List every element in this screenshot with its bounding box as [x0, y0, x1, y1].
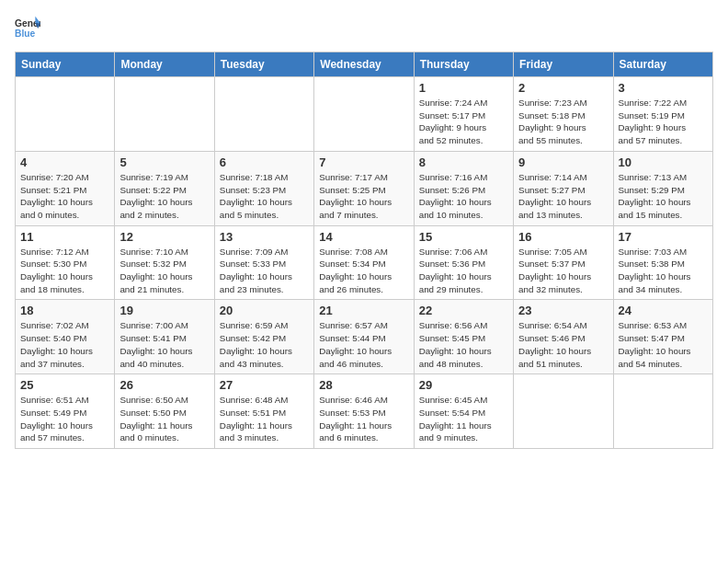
day-number: 17	[619, 230, 708, 244]
day-number: 24	[619, 304, 708, 317]
week-row-4: 18Sunrise: 7:02 AMSunset: 5:40 PMDayligh…	[16, 300, 713, 374]
weekday-header-saturday: Saturday	[613, 52, 712, 77]
day-number: 8	[419, 155, 508, 169]
day-info: Sunrise: 6:46 AMSunset: 5:53 PMDaylight:…	[319, 394, 408, 444]
day-number: 9	[518, 155, 608, 169]
calendar-cell: 19Sunrise: 7:00 AMSunset: 5:41 PMDayligh…	[115, 300, 214, 374]
day-number: 15	[419, 230, 508, 244]
week-row-1: 1Sunrise: 7:24 AMSunset: 5:17 PMDaylight…	[16, 77, 713, 152]
calendar-cell: 21Sunrise: 6:57 AMSunset: 5:44 PMDayligh…	[314, 300, 414, 374]
day-info: Sunrise: 6:48 AMSunset: 5:51 PMDaylight:…	[220, 394, 309, 444]
day-info: Sunrise: 7:08 AMSunset: 5:34 PMDaylight:…	[319, 246, 408, 296]
day-info: Sunrise: 7:17 AMSunset: 5:25 PMDaylight:…	[319, 171, 408, 222]
week-row-5: 25Sunrise: 6:51 AMSunset: 5:49 PMDayligh…	[16, 374, 713, 449]
weekday-header-thursday: Thursday	[414, 52, 513, 77]
day-number: 1	[419, 81, 508, 95]
day-number: 19	[119, 304, 209, 317]
day-number: 27	[220, 378, 309, 392]
calendar-cell: 26Sunrise: 6:50 AMSunset: 5:50 PMDayligh…	[115, 374, 214, 449]
header: General Blue	[15, 15, 713, 40]
day-number: 14	[319, 230, 408, 244]
day-info: Sunrise: 6:53 AMSunset: 5:47 PMDaylight:…	[619, 319, 708, 370]
day-info: Sunrise: 7:10 AMSunset: 5:32 PMDaylight:…	[119, 246, 209, 296]
day-number: 6	[220, 155, 309, 169]
day-info: Sunrise: 7:22 AMSunset: 5:19 PMDaylight:…	[619, 97, 708, 147]
calendar-cell: 25Sunrise: 6:51 AMSunset: 5:49 PMDayligh…	[16, 374, 115, 449]
day-info: Sunrise: 7:13 AMSunset: 5:29 PMDaylight:…	[619, 171, 708, 222]
calendar-cell: 2Sunrise: 7:23 AMSunset: 5:18 PMDaylight…	[514, 77, 613, 152]
day-info: Sunrise: 7:18 AMSunset: 5:23 PMDaylight:…	[220, 171, 309, 222]
calendar-cell: 10Sunrise: 7:13 AMSunset: 5:29 PMDayligh…	[613, 151, 712, 225]
day-info: Sunrise: 7:03 AMSunset: 5:38 PMDaylight:…	[619, 246, 708, 296]
calendar-cell: 15Sunrise: 7:06 AMSunset: 5:36 PMDayligh…	[414, 225, 513, 300]
day-info: Sunrise: 7:05 AMSunset: 5:37 PMDaylight:…	[518, 246, 608, 296]
calendar-cell	[16, 77, 115, 152]
day-info: Sunrise: 7:20 AMSunset: 5:21 PMDaylight:…	[20, 171, 109, 222]
calendar-cell: 22Sunrise: 6:56 AMSunset: 5:45 PMDayligh…	[414, 300, 513, 374]
weekday-header-monday: Monday	[115, 52, 214, 77]
day-info: Sunrise: 7:16 AMSunset: 5:26 PMDaylight:…	[419, 171, 508, 222]
calendar-cell: 13Sunrise: 7:09 AMSunset: 5:33 PMDayligh…	[214, 225, 313, 300]
day-number: 7	[319, 155, 408, 169]
day-info: Sunrise: 7:12 AMSunset: 5:30 PMDaylight:…	[20, 246, 109, 296]
calendar-cell: 27Sunrise: 6:48 AMSunset: 5:51 PMDayligh…	[214, 374, 313, 449]
day-number: 18	[20, 304, 109, 317]
svg-text:Blue: Blue	[15, 29, 36, 39]
logo-icon: General Blue	[15, 15, 40, 40]
calendar-cell: 12Sunrise: 7:10 AMSunset: 5:32 PMDayligh…	[115, 225, 214, 300]
calendar-cell: 29Sunrise: 6:45 AMSunset: 5:54 PMDayligh…	[414, 374, 513, 449]
day-number: 16	[518, 230, 608, 244]
calendar-cell: 23Sunrise: 6:54 AMSunset: 5:46 PMDayligh…	[514, 300, 613, 374]
calendar-cell: 17Sunrise: 7:03 AMSunset: 5:38 PMDayligh…	[613, 225, 712, 300]
calendar-cell	[314, 77, 414, 152]
week-row-3: 11Sunrise: 7:12 AMSunset: 5:30 PMDayligh…	[16, 225, 713, 300]
calendar-cell: 5Sunrise: 7:19 AMSunset: 5:22 PMDaylight…	[115, 151, 214, 225]
calendar-cell: 3Sunrise: 7:22 AMSunset: 5:19 PMDaylight…	[613, 77, 712, 152]
calendar-cell: 18Sunrise: 7:02 AMSunset: 5:40 PMDayligh…	[16, 300, 115, 374]
calendar-cell: 24Sunrise: 6:53 AMSunset: 5:47 PMDayligh…	[613, 300, 712, 374]
day-number: 2	[518, 81, 608, 95]
weekday-header-friday: Friday	[514, 52, 613, 77]
day-number: 10	[619, 155, 708, 169]
day-number: 22	[419, 304, 508, 317]
day-info: Sunrise: 7:02 AMSunset: 5:40 PMDaylight:…	[20, 319, 109, 370]
day-number: 11	[20, 230, 109, 244]
day-number: 28	[319, 378, 408, 392]
day-number: 20	[220, 304, 309, 317]
calendar-cell: 6Sunrise: 7:18 AMSunset: 5:23 PMDaylight…	[214, 151, 313, 225]
day-info: Sunrise: 6:54 AMSunset: 5:46 PMDaylight:…	[518, 319, 608, 370]
day-info: Sunrise: 6:56 AMSunset: 5:45 PMDaylight:…	[419, 319, 508, 370]
day-info: Sunrise: 7:09 AMSunset: 5:33 PMDaylight:…	[220, 246, 309, 296]
calendar-cell: 11Sunrise: 7:12 AMSunset: 5:30 PMDayligh…	[16, 225, 115, 300]
day-info: Sunrise: 6:45 AMSunset: 5:54 PMDaylight:…	[419, 394, 508, 444]
calendar-cell: 7Sunrise: 7:17 AMSunset: 5:25 PMDaylight…	[314, 151, 414, 225]
day-info: Sunrise: 7:14 AMSunset: 5:27 PMDaylight:…	[518, 171, 608, 222]
day-number: 3	[619, 81, 708, 95]
calendar-cell: 1Sunrise: 7:24 AMSunset: 5:17 PMDaylight…	[414, 77, 513, 152]
day-info: Sunrise: 6:57 AMSunset: 5:44 PMDaylight:…	[319, 319, 408, 370]
day-number: 23	[518, 304, 608, 317]
day-number: 29	[419, 378, 508, 392]
day-info: Sunrise: 6:51 AMSunset: 5:49 PMDaylight:…	[20, 394, 109, 444]
day-info: Sunrise: 6:50 AMSunset: 5:50 PMDaylight:…	[119, 394, 209, 444]
day-info: Sunrise: 6:59 AMSunset: 5:42 PMDaylight:…	[220, 319, 309, 370]
calendar-body: 1Sunrise: 7:24 AMSunset: 5:17 PMDaylight…	[16, 77, 713, 449]
day-number: 13	[220, 230, 309, 244]
calendar-cell: 4Sunrise: 7:20 AMSunset: 5:21 PMDaylight…	[16, 151, 115, 225]
calendar-header: SundayMondayTuesdayWednesdayThursdayFrid…	[16, 52, 713, 77]
calendar-cell: 8Sunrise: 7:16 AMSunset: 5:26 PMDaylight…	[414, 151, 513, 225]
calendar-cell: 14Sunrise: 7:08 AMSunset: 5:34 PMDayligh…	[314, 225, 414, 300]
calendar-cell	[214, 77, 313, 152]
day-info: Sunrise: 7:00 AMSunset: 5:41 PMDaylight:…	[119, 319, 209, 370]
day-number: 25	[20, 378, 109, 392]
calendar-cell	[613, 374, 712, 449]
day-number: 21	[319, 304, 408, 317]
calendar-cell: 16Sunrise: 7:05 AMSunset: 5:37 PMDayligh…	[514, 225, 613, 300]
day-info: Sunrise: 7:23 AMSunset: 5:18 PMDaylight:…	[518, 97, 608, 147]
calendar-cell: 9Sunrise: 7:14 AMSunset: 5:27 PMDaylight…	[514, 151, 613, 225]
calendar-table: SundayMondayTuesdayWednesdayThursdayFrid…	[15, 52, 713, 449]
weekday-header-tuesday: Tuesday	[214, 52, 313, 77]
day-number: 5	[119, 155, 209, 169]
weekday-header-row: SundayMondayTuesdayWednesdayThursdayFrid…	[16, 52, 713, 77]
day-number: 12	[119, 230, 209, 244]
